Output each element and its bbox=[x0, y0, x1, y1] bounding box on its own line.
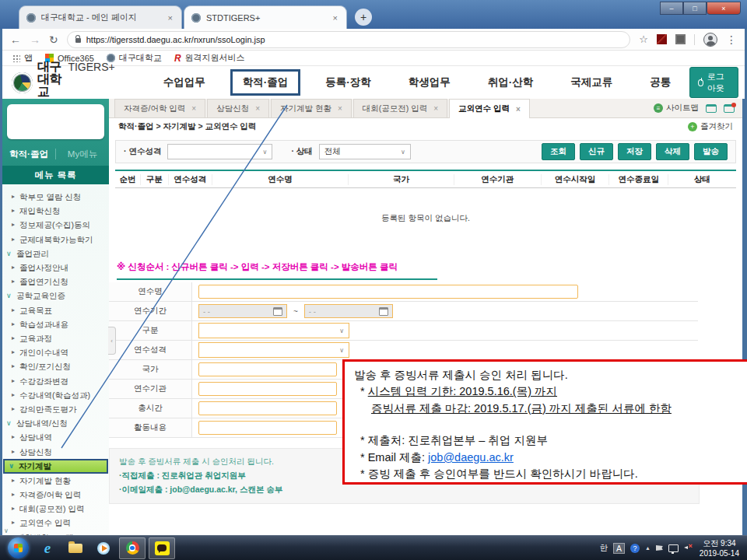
window-close-button[interactable]: × bbox=[707, 2, 741, 15]
tab-license-language[interactable]: 자격증/어학 입력 × bbox=[114, 99, 205, 117]
kakaotalk-icon[interactable] bbox=[149, 537, 175, 559]
calendar-icon[interactable] bbox=[379, 307, 388, 316]
close-tab-icon[interactable]: × bbox=[331, 13, 339, 23]
close-tab-icon[interactable]: × bbox=[167, 13, 174, 23]
sidebar-group-self-development[interactable]: 자기계발 bbox=[3, 459, 108, 474]
file-explorer-icon[interactable] bbox=[63, 538, 88, 558]
bookmark-remote-support[interactable]: R 원격지원서비스 bbox=[174, 52, 245, 64]
reload-icon[interactable]: ↻ bbox=[49, 34, 58, 45]
address-bar[interactable]: https://tigersstd.daegu.ac.kr/nxrun/ssoL… bbox=[67, 31, 631, 48]
sidebar-group-engineering-cert[interactable]: 공학교육인증 bbox=[2, 289, 109, 303]
sidebar-item-info-consent[interactable]: 정보제공(수집)동의 bbox=[2, 218, 109, 232]
nav-classes[interactable]: 수업업무 bbox=[145, 75, 224, 89]
sidebar-item-counseling-apply[interactable]: 상담신청 bbox=[2, 445, 109, 459]
start-date-input[interactable]: - - bbox=[198, 304, 287, 318]
window-layout-icon[interactable] bbox=[706, 104, 717, 113]
volume-muted-icon[interactable] bbox=[684, 544, 692, 551]
tab-external-training[interactable]: 교외연수 입력 × bbox=[449, 99, 530, 118]
help-tray-icon[interactable]: ? bbox=[630, 544, 640, 553]
delete-button[interactable]: 삭제 bbox=[656, 143, 689, 160]
tray-expand-icon[interactable]: ▲ bbox=[645, 545, 651, 551]
portal-logo[interactable]: 대구대학교 TIGERS+ DAEGU UNIVERSITY bbox=[37, 61, 115, 105]
send-button[interactable]: 발송 bbox=[694, 143, 728, 160]
status-filter-select[interactable]: 전체 ∨ bbox=[319, 144, 411, 159]
sidebar-tab-records[interactable]: 학적·졸업 bbox=[2, 149, 55, 160]
nav-common[interactable]: 공통 bbox=[631, 75, 689, 89]
training-type-select[interactable]: ∨ bbox=[198, 342, 349, 358]
nav-international[interactable]: 국제교류 bbox=[552, 75, 631, 89]
tab-contest-input[interactable]: 대회(공모전) 입력 × bbox=[353, 99, 447, 117]
activity-input[interactable] bbox=[198, 421, 337, 435]
sidebar-item-counseling-history[interactable]: 상담내역 bbox=[2, 430, 109, 444]
bookmark-star-icon[interactable]: ☆ bbox=[639, 34, 648, 44]
training-name-input[interactable] bbox=[198, 285, 578, 299]
sidebar-item-edu-goal[interactable]: 교육목표 bbox=[2, 303, 109, 317]
institution-input[interactable] bbox=[198, 382, 337, 396]
browser-menu-icon[interactable]: ⋮ bbox=[726, 34, 737, 45]
email-link[interactable]: job@daegu.ac.kr bbox=[428, 451, 514, 464]
close-tab-icon[interactable]: × bbox=[516, 105, 521, 114]
window-maximize-button[interactable]: □ bbox=[683, 2, 707, 15]
logout-button[interactable]: 로그아웃 bbox=[689, 67, 738, 98]
extension-icon[interactable] bbox=[675, 34, 686, 44]
sidebar-item-self-dev-status[interactable]: 자기계발 현황 bbox=[2, 474, 109, 488]
close-all-windows-icon[interactable] bbox=[724, 104, 735, 113]
sidebar-item-course-history[interactable]: 수강내역(학습성과) bbox=[2, 388, 109, 402]
sidebar-item-learning-outcome[interactable]: 학습성과내용 bbox=[2, 317, 109, 331]
back-icon[interactable]: ← bbox=[10, 34, 21, 45]
ime-korean-indicator[interactable]: 한 bbox=[599, 543, 608, 554]
internet-explorer-icon[interactable]: e bbox=[35, 538, 60, 558]
sidebar-item-personal-record[interactable]: 개인이수내역 bbox=[2, 345, 109, 359]
chrome-icon[interactable] bbox=[119, 537, 146, 559]
sidebar-item-military-return[interactable]: 군제대복학가능학기 bbox=[2, 233, 109, 247]
sidebar-item-license-language[interactable]: 자격증/어학 입력 bbox=[2, 488, 109, 502]
tab-self-dev-status[interactable]: 자기계발 현황 × bbox=[271, 99, 352, 117]
media-player-icon[interactable] bbox=[91, 538, 116, 558]
close-tab-icon[interactable]: × bbox=[191, 104, 196, 113]
nav-registration-scholarship[interactable]: 등록·장학 bbox=[307, 75, 390, 89]
tab-counseling-apply[interactable]: 상담신청 × bbox=[207, 99, 269, 117]
calendar-icon[interactable] bbox=[273, 307, 282, 316]
sidebar-item-course-change[interactable]: 수강강좌변경 bbox=[2, 374, 109, 388]
sidebar-item-parent-access[interactable]: 학부모 열람 신청 bbox=[2, 190, 109, 204]
category-select[interactable]: ∨ bbox=[198, 323, 349, 338]
sidebar-collapse-handle[interactable]: ‹ bbox=[108, 327, 116, 355]
sidebar-group-counseling[interactable]: 상담내역/신청 bbox=[2, 416, 109, 430]
sidebar-item-readmission[interactable]: 재입학신청 bbox=[2, 204, 109, 218]
nav-employment[interactable]: 취업·산학 bbox=[469, 75, 552, 89]
end-date-input[interactable]: - - bbox=[304, 304, 393, 318]
close-tab-icon[interactable]: × bbox=[433, 104, 438, 113]
sidebar-item-graduation-delay[interactable]: 졸업연기신청 bbox=[2, 275, 109, 289]
sidebar-group-graduation[interactable]: 졸업관리 bbox=[2, 247, 109, 261]
ime-english-indicator[interactable]: A bbox=[613, 543, 625, 554]
close-tab-icon[interactable]: × bbox=[338, 104, 342, 113]
add-favorite-button[interactable]: + 즐겨찾기 bbox=[688, 121, 733, 132]
action-center-flag-icon[interactable] bbox=[656, 545, 663, 551]
window-minimize-button[interactable]: – bbox=[660, 2, 683, 15]
sidebar-tab-mymenu[interactable]: My메뉴 bbox=[56, 149, 109, 160]
start-button[interactable] bbox=[8, 537, 29, 558]
sitemap-button[interactable]: ≡ 사이트맵 bbox=[654, 103, 699, 114]
nav-records-graduation[interactable]: 학적·졸업 bbox=[230, 69, 301, 96]
sidebar-item-lecture-satisfaction[interactable]: 강의만족도평가 bbox=[2, 402, 109, 416]
sidebar-item-external-training[interactable]: 교외연수 입력 bbox=[2, 516, 109, 530]
new-tab-button[interactable]: + bbox=[355, 9, 372, 26]
save-button[interactable]: 저장 bbox=[618, 143, 651, 160]
browser-tab-stdtigers[interactable]: STDTIGERS+ × bbox=[184, 5, 347, 29]
new-button[interactable]: 신규 bbox=[580, 143, 613, 160]
search-button[interactable]: 조회 bbox=[542, 143, 575, 160]
pdf-extension-icon[interactable] bbox=[657, 34, 667, 44]
taskbar-clock[interactable]: 오전 9:34 2019-05-14 bbox=[697, 538, 739, 558]
forward-icon[interactable]: → bbox=[30, 34, 40, 45]
sidebar-item-curriculum[interactable]: 교육과정 bbox=[2, 331, 109, 345]
network-icon[interactable] bbox=[668, 544, 679, 552]
profile-avatar[interactable] bbox=[703, 33, 717, 47]
nav-student-affairs[interactable]: 학생업무 bbox=[390, 75, 469, 89]
apps-shortcut[interactable]: 앱 bbox=[12, 52, 33, 64]
training-type-filter-select[interactable]: ∨ bbox=[167, 144, 272, 159]
sidebar-item-confirm-withdraw[interactable]: 확인/포기신청 bbox=[2, 359, 109, 373]
close-tab-icon[interactable]: × bbox=[255, 104, 260, 113]
browser-tab-daegu-main[interactable]: 대구대학교 - 메인 페이지 × bbox=[19, 5, 182, 29]
total-hours-input[interactable] bbox=[198, 401, 337, 415]
sidebar-item-contest-input[interactable]: 대회(공모전) 입력 bbox=[2, 502, 109, 516]
